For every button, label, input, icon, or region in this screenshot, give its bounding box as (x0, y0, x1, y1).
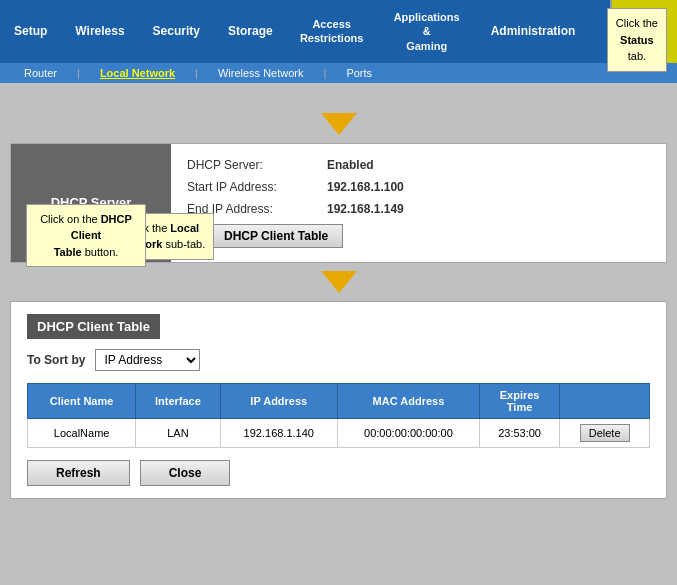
dhcp-value-end: 192.168.1.149 (327, 202, 404, 216)
dhcp-row-server: DHCP Server: Enabled (187, 158, 650, 172)
sort-row: To Sort by IP Address Client Name MAC Ad… (27, 349, 650, 371)
subnav-local-network[interactable]: Local Network (80, 63, 195, 83)
col-expires-time: ExpiresTime (479, 383, 559, 418)
nav-item-security[interactable]: Security (139, 0, 214, 63)
nav-item-setup[interactable]: Setup (0, 0, 61, 63)
col-mac-address: MAC Address (337, 383, 479, 418)
tooltip-status: Click the Status tab. (607, 8, 667, 72)
dhcp-server-section: DHCP Server DHCP Server: Enabled Start I… (10, 143, 667, 263)
sub-nav: Router | Local Network | Wireless Networ… (0, 63, 677, 83)
cell-interface: LAN (136, 418, 220, 447)
tooltip-dhcp-bold: DHCP ClientTable (54, 213, 132, 258)
cell-delete: Delete (560, 418, 650, 447)
dhcp-button-row: DHCP Client Table (187, 224, 650, 248)
nav-item-access-restrictions[interactable]: AccessRestrictions (287, 0, 377, 63)
dhcp-label-start: Start IP Address: (187, 180, 327, 194)
table-row: LocalName LAN 192.168.1.140 00:00:00:00:… (28, 418, 650, 447)
nav-item-applications-gaming[interactable]: Applications &Gaming (377, 0, 477, 63)
col-interface: Interface (136, 383, 220, 418)
arrow-down-icon-2 (321, 271, 357, 293)
col-client-name: Client Name (28, 383, 136, 418)
col-ip-address: IP Address (220, 383, 337, 418)
subnav-ports[interactable]: Ports (326, 63, 392, 83)
col-action (560, 383, 650, 418)
nav-items: Setup Wireless Security Storage AccessRe… (0, 0, 677, 63)
dhcp-server-right: DHCP Server: Enabled Start IP Address: 1… (171, 144, 666, 262)
cell-ip-address: 192.168.1.140 (220, 418, 337, 447)
client-data-table: Client Name Interface IP Address MAC Add… (27, 383, 650, 448)
tooltip-status-text2: tab. (628, 50, 646, 62)
cell-mac-address: 00:00:00:00:00:00 (337, 418, 479, 447)
client-table-header: DHCP Client Table (27, 314, 160, 339)
dhcp-row-end: End IP Address: 192.168.1.149 (187, 202, 650, 216)
subnav-wireless-network[interactable]: Wireless Network (198, 63, 324, 83)
nav-bar: Setup Wireless Security Storage AccessRe… (0, 0, 677, 83)
arrow-down-1 (0, 113, 677, 135)
cell-expires-time: 23:53:00 (479, 418, 559, 447)
nav-item-administration[interactable]: Administration (477, 0, 590, 63)
page-wrapper: Click the Status tab. Setup Wireless Sec… (0, 0, 677, 523)
nav-item-wireless[interactable]: Wireless (61, 0, 138, 63)
delete-button[interactable]: Delete (580, 424, 630, 442)
tooltip-status-text1: Click the (616, 17, 658, 29)
close-button[interactable]: Close (140, 460, 231, 486)
dhcp-value-server: Enabled (327, 158, 374, 172)
sort-select[interactable]: IP Address Client Name MAC Address (95, 349, 200, 371)
cell-client-name: LocalName (28, 418, 136, 447)
tooltip-dhcp: Click on the DHCP ClientTable button. (26, 204, 146, 268)
nav-item-storage[interactable]: Storage (214, 0, 287, 63)
dhcp-label-server: DHCP Server: (187, 158, 327, 172)
sort-label: To Sort by (27, 353, 85, 367)
bottom-buttons: Refresh Close (27, 460, 650, 486)
dhcp-value-start: 192.168.1.100 (327, 180, 404, 194)
arrow-down-icon-1 (321, 113, 357, 135)
arrow-down-2 (0, 271, 677, 293)
tooltip-status-bold: Status (620, 34, 654, 46)
client-table-section: DHCP Client Table To Sort by IP Address … (10, 301, 667, 499)
subnav-router[interactable]: Router (4, 63, 77, 83)
dhcp-row-start: Start IP Address: 192.168.1.100 (187, 180, 650, 194)
refresh-button[interactable]: Refresh (27, 460, 130, 486)
dhcp-client-table-button[interactable]: DHCP Client Table (209, 224, 343, 248)
